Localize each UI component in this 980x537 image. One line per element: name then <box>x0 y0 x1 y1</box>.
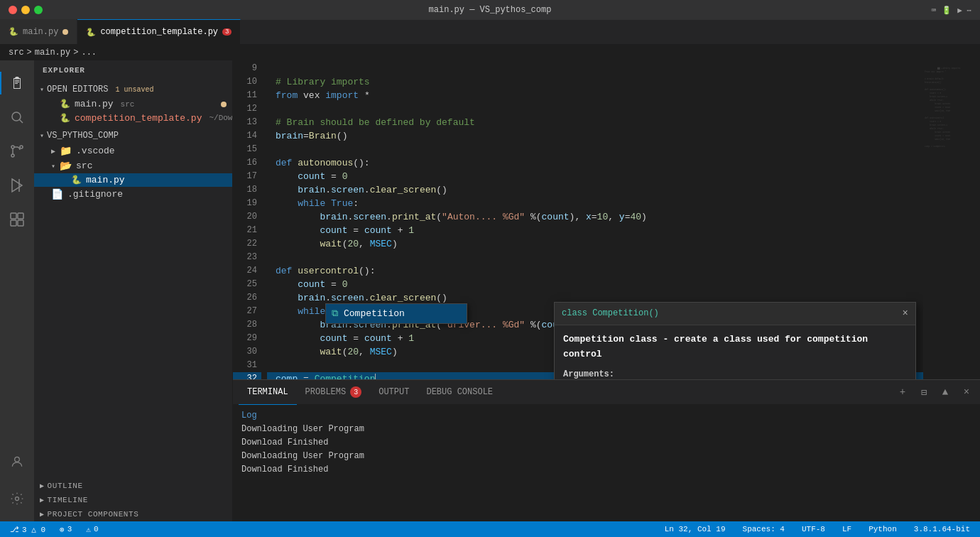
split-terminal-button[interactable]: ⊟ <box>916 384 932 400</box>
term-line-dl2: Downloading User Program <box>241 450 971 462</box>
open-editor-main-path: src <box>121 100 135 109</box>
autocomplete-item-competition[interactable]: ⧉ Competition <box>326 304 467 323</box>
doc-description: Competition class - create a class used … <box>563 332 907 362</box>
svg-marker-8 <box>12 179 22 192</box>
tree-item-src[interactable]: ▾ 📂 src <box>34 158 232 173</box>
status-eol[interactable]: LF <box>838 521 856 537</box>
open-editors-section: ▾ OPEN EDITORS 1 unsaved 🐍 main.py src 🐍… <box>34 80 232 126</box>
code-line-14: brain=Brain() <box>267 129 923 143</box>
breadcrumb-more[interactable]: ... <box>81 48 97 58</box>
terminal-tab[interactable]: TERMINAL <box>239 380 297 405</box>
open-editor-comp-label: competition_template.py <box>75 113 202 124</box>
code-line-15 <box>267 143 923 156</box>
tree-item-gitignore[interactable]: 📄 .gitignore <box>34 187 232 202</box>
tree-item-main-py[interactable]: 🐍 main.py <box>34 173 232 187</box>
gitignore-icon: 📄 <box>51 188 63 200</box>
code-line-20: brain.screen.print_at("Auton.... %Gd" %(… <box>267 210 923 224</box>
code-line-17: count = 0 <box>267 170 923 183</box>
activity-icon-search[interactable] <box>0 100 34 134</box>
status-language[interactable]: Python <box>864 521 901 537</box>
workspace-section: ▾ VS_PYTHOS_COMP ▶ 📁 .vscode ▾ 📂 src 🐍 m… <box>34 126 232 203</box>
activity-icon-explorer[interactable] <box>0 66 34 100</box>
new-terminal-button[interactable]: + <box>895 384 910 400</box>
position-text: Ln 32, Col 19 <box>665 525 726 533</box>
proj-chevron: ▶ <box>40 510 45 519</box>
svg-rect-0 <box>15 80 19 81</box>
maximize-panel-button[interactable]: ▲ <box>937 384 953 400</box>
svg-point-14 <box>15 457 20 462</box>
breadcrumb-file[interactable]: main.py <box>35 48 70 58</box>
problems-tab[interactable]: PROBLEMS 3 <box>297 380 371 405</box>
svg-point-5 <box>11 146 14 148</box>
activity-icon-account[interactable] <box>0 445 34 479</box>
tab-main-py[interactable]: 🐍 main.py <box>0 19 77 44</box>
status-spaces[interactable]: Spaces: 4 <box>739 521 789 537</box>
terminal-area: TERMINAL PROBLEMS 3 OUTPUT DEBUG CONSOLE… <box>233 379 980 521</box>
warning-count: 0 <box>94 525 99 533</box>
breadcrumb-sep1: > <box>27 48 32 58</box>
code-editor[interactable]: 910111213 1415161718 1920212223 24252627… <box>233 60 980 379</box>
svg-rect-10 <box>11 213 16 219</box>
status-warnings[interactable]: ⚠ 0 <box>82 521 102 537</box>
svg-rect-2 <box>15 83 18 84</box>
activity-icon-run[interactable] <box>0 168 34 202</box>
workspace-header[interactable]: ▾ VS_PYTHOS_COMP <box>34 128 232 143</box>
autocomplete-dropdown[interactable]: ⧉ Competition <box>325 303 467 324</box>
code-line-11: from vex import * <box>267 89 923 102</box>
close-button[interactable] <box>9 6 17 14</box>
code-line-19: while True: <box>267 197 923 210</box>
problems-label: PROBLEMS <box>305 387 347 397</box>
folder-chevron: ▶ <box>51 147 55 156</box>
activity-icon-source-control[interactable] <box>0 134 34 168</box>
activity-icon-settings[interactable] <box>0 482 34 516</box>
code-line-12 <box>267 102 923 116</box>
activity-bar <box>0 60 34 521</box>
error-count: 3 <box>67 525 72 533</box>
title-bar-right: ⌨🔋 ▶ ⋯ <box>932 6 971 15</box>
output-tab[interactable]: OUTPUT <box>370 380 418 405</box>
status-errors[interactable]: ⊗ 3 <box>55 521 76 537</box>
code-content[interactable]: # Library imports from vex import * # Br… <box>267 60 923 379</box>
terminal-content[interactable]: Log Downloading User Program Download Fi… <box>233 405 980 521</box>
open-editor-main-py[interactable]: 🐍 main.py src <box>34 97 232 111</box>
timeline-label: TIMELINE <box>48 496 88 504</box>
svg-point-3 <box>12 112 21 121</box>
open-editor-comp-path: ~/Downloads <box>209 114 233 122</box>
close-panel-button[interactable]: × <box>959 384 974 400</box>
chevron-icon: ▾ <box>40 85 44 94</box>
status-position[interactable]: Ln 32, Col 19 <box>660 521 730 537</box>
open-editor-main-label: main.py <box>75 99 114 109</box>
src-chevron: ▾ <box>51 162 55 170</box>
unsaved-dot <box>62 29 68 35</box>
code-line-23 <box>267 251 923 264</box>
maximize-button[interactable] <box>34 6 43 14</box>
activity-icon-extensions[interactable] <box>0 202 34 237</box>
sidebar: EXPLORER ▾ OPEN EDITORS 1 unsaved 🐍 main… <box>34 60 233 521</box>
minimize-button[interactable] <box>21 6 30 14</box>
title-bar: main.py — VS_pythos_comp ⌨🔋 ▶ ⋯ <box>0 0 980 20</box>
comp-file-icon: 🐍 <box>60 113 70 124</box>
status-version[interactable]: 3.8.1.64-bit <box>910 521 974 537</box>
open-editors-header[interactable]: ▾ OPEN EDITORS 1 unsaved <box>34 82 232 97</box>
open-editor-comp-template[interactable]: 🐍 competition_template.py ~/Downloads 3 <box>34 111 232 125</box>
unsaved-badge: 1 unsaved <box>115 86 153 94</box>
code-line-16: def autonomous(): <box>267 156 923 170</box>
branch-icon: ⎇ <box>10 525 19 534</box>
tab-competition-template[interactable]: 🐍 competition_template.py 3 <box>77 19 241 44</box>
error-icon: ⊗ <box>60 525 65 534</box>
encoding-text: UTF-8 <box>802 525 825 533</box>
tree-item-vscode[interactable]: ▶ 📁 .vscode <box>34 143 232 158</box>
svg-rect-13 <box>18 220 23 226</box>
project-components-header[interactable]: ▶ PROJECT COMPONENTS <box>34 507 232 521</box>
status-branch[interactable]: ⎇ 3 △ 0 <box>6 521 50 537</box>
status-encoding[interactable]: UTF-8 <box>797 521 829 537</box>
svg-rect-12 <box>11 220 16 226</box>
svg-line-4 <box>20 120 23 124</box>
src-folder-icon: 📂 <box>60 160 72 172</box>
outline-header[interactable]: ▶ OUTLINE <box>34 479 232 493</box>
debug-console-tab[interactable]: DEBUG CONSOLE <box>418 380 501 405</box>
doc-popup-close-button[interactable]: × <box>903 307 908 320</box>
timeline-header[interactable]: ▶ TIMELINE <box>34 493 232 507</box>
breadcrumb-src[interactable]: src <box>9 48 24 58</box>
activity-bottom <box>0 445 34 521</box>
